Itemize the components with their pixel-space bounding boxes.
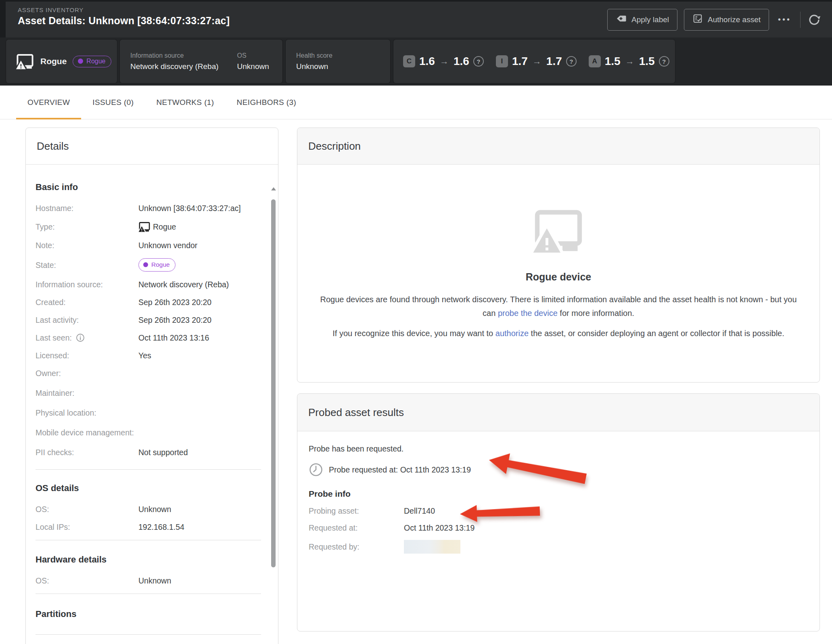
authorize-asset-text: Authorize asset — [708, 15, 761, 24]
row-label: Information source: — [36, 280, 138, 289]
details-body: Basic info Hostname: Unknown [38:64:07:3… — [26, 182, 278, 635]
rogue-device-icon — [138, 221, 151, 232]
detail-row-os: OS: Unknown — [36, 504, 261, 514]
row-value: Yes — [138, 351, 151, 360]
apply-label-button[interactable]: Apply label — [607, 9, 677, 31]
row-value: Oct 11th 2023 13:16 — [138, 333, 209, 343]
integrity-badge-icon: I — [496, 55, 508, 67]
tab-networks[interactable]: NETWORKS (1) — [145, 86, 225, 119]
os-label: OS — [237, 52, 269, 59]
section-divider — [36, 594, 261, 594]
detail-row-owner: Owner: — [36, 368, 261, 378]
row-label: State: — [36, 260, 138, 270]
info-icon[interactable] — [76, 333, 85, 342]
badge-dot-icon — [78, 59, 83, 64]
row-label: Probing asset: — [309, 506, 404, 516]
authorize-asset-button[interactable]: Authorize asset — [684, 9, 769, 31]
integrity-score: I 1.7 → 1.7 ? — [496, 55, 577, 68]
row-value: Unknown — [138, 576, 171, 585]
probing-asset-value: Dell7140 — [404, 506, 435, 516]
row-label: Note: — [36, 240, 138, 250]
summary-bar: Rogue Rogue Information source Network d… — [0, 38, 832, 86]
row-label: Last seen: — [36, 333, 72, 343]
apply-label-text: Apply label — [631, 15, 669, 24]
probe-status-text: Probe has been requested. — [309, 444, 819, 454]
rogue-device-heading: Rogue device — [297, 271, 819, 283]
row-value: Sep 26th 2023 20:20 — [138, 315, 211, 325]
row-label: Owner: — [36, 368, 138, 378]
score-to: 1.7 — [546, 55, 562, 68]
row-label: Local IPs: — [36, 522, 138, 532]
tag-plus-icon — [616, 14, 627, 25]
probe-the-device-link[interactable]: probe the device — [498, 309, 558, 318]
help-icon[interactable]: ? — [566, 56, 577, 67]
probed-panel-title: Probed asset results — [297, 394, 819, 431]
refresh-button[interactable] — [807, 13, 822, 27]
tab-bar: OVERVIEW ISSUES (0) NETWORKS (1) NEIGHBO… — [0, 86, 832, 119]
basic-info-heading: Basic info — [36, 182, 261, 193]
help-icon[interactable]: ? — [473, 56, 484, 67]
more-options-button[interactable]: ••• — [776, 15, 794, 24]
rogue-device-icon — [16, 53, 34, 70]
tab-issues[interactable]: ISSUES (0) — [81, 86, 145, 119]
row-label: Licensed: — [36, 351, 138, 360]
info-source-os-card: Information source Network discovery (Re… — [120, 40, 282, 83]
scroll-up-icon[interactable] — [271, 187, 276, 190]
detail-row-state: State: Rogue — [36, 258, 261, 272]
row-label: OS: — [36, 504, 138, 514]
confidentiality-badge-icon: C — [403, 55, 415, 67]
header-actions: Apply label Authorize asset ••• — [607, 2, 822, 38]
health-score-value: Unknown — [296, 62, 332, 71]
row-label: Maintainer: — [36, 388, 138, 398]
details-panel: Details Basic info Hostname: Unknown [38… — [25, 128, 278, 644]
state-badge-text: Rogue — [86, 58, 105, 65]
score-from: 1.5 — [605, 55, 621, 68]
details-panel-title: Details — [26, 128, 278, 165]
probe-row-probing-asset: Probing asset: Dell7140 — [309, 506, 819, 516]
availability-score: A 1.5 → 1.5 ? — [589, 55, 669, 68]
detail-row-licensed: Licensed: Yes — [36, 351, 261, 360]
tab-overview[interactable]: OVERVIEW — [16, 86, 81, 119]
row-label: Last activity: — [36, 315, 138, 325]
row-value: Network discovery (Reba) — [138, 280, 229, 289]
scrollbar-thumb[interactable] — [271, 199, 276, 567]
top-area: ASSETS INVENTORY Asset Details: Unknown … — [0, 0, 832, 86]
help-icon[interactable]: ? — [659, 56, 669, 67]
badge-dot-icon — [143, 262, 148, 267]
section-divider — [36, 469, 261, 470]
detail-row-created: Created: Sep 26th 2023 20:20 — [36, 297, 261, 307]
tab-neighbors[interactable]: NEIGHBORS (3) — [226, 86, 308, 119]
p2-text-after: the asset, or consider deploying an agen… — [529, 329, 784, 338]
row-value: Unknown [38:64:07:33:27:ac] — [138, 203, 241, 213]
row-label: Mobile device management: — [36, 428, 138, 437]
detail-row-physical-location: Physical location: — [36, 408, 261, 418]
probed-asset-results-panel: Probed asset results Probe has been requ… — [297, 393, 820, 631]
information-source-field: Information source Network discovery (Re… — [130, 52, 219, 71]
detail-row-maintainer: Maintainer: — [36, 388, 261, 398]
row-value: Sep 26th 2023 20:20 — [138, 297, 211, 307]
cia-scores-card: C 1.6 → 1.6 ? I 1.7 → 1.7 ? A 1.5 → 1.5 … — [393, 40, 675, 83]
detail-row-hw-os: OS: Unknown — [36, 576, 261, 585]
authorize-link[interactable]: authorize — [495, 329, 529, 338]
arrow-right-icon: → — [625, 56, 635, 67]
details-scrollbar[interactable] — [270, 184, 277, 644]
probed-body: Probe has been requested. Probe requeste… — [297, 444, 819, 554]
detail-row-last-seen: Last seen: Oct 11th 2023 13:16 — [36, 333, 261, 343]
row-label: Created: — [36, 297, 138, 307]
partitions-heading: Partitions — [36, 608, 261, 620]
probe-requested-row: Probe requested at: Oct 11th 2023 13:19 — [309, 462, 819, 477]
detail-row-last-activity: Last activity: Sep 26th 2023 20:20 — [36, 315, 261, 325]
detail-row-hostname: Hostname: Unknown [38:64:07:33:27:ac] — [36, 203, 261, 213]
detail-row-information-source: Information source: Network discovery (R… — [36, 280, 261, 289]
page-title: Asset Details: Unknown [38:64:07:33:27:a… — [18, 15, 230, 27]
os-details-heading: OS details — [36, 483, 261, 494]
p1-text-after: for more information. — [558, 309, 634, 318]
row-label: Requested at: — [309, 523, 404, 533]
health-score-label: Health score — [296, 52, 332, 59]
os-value: Unknown — [237, 62, 269, 71]
type-value: Rogue — [153, 222, 176, 232]
information-source-label: Information source — [130, 52, 219, 59]
clock-icon — [309, 462, 323, 477]
detail-row-mdm: Mobile device management: — [36, 428, 261, 437]
redacted-username — [404, 540, 460, 554]
